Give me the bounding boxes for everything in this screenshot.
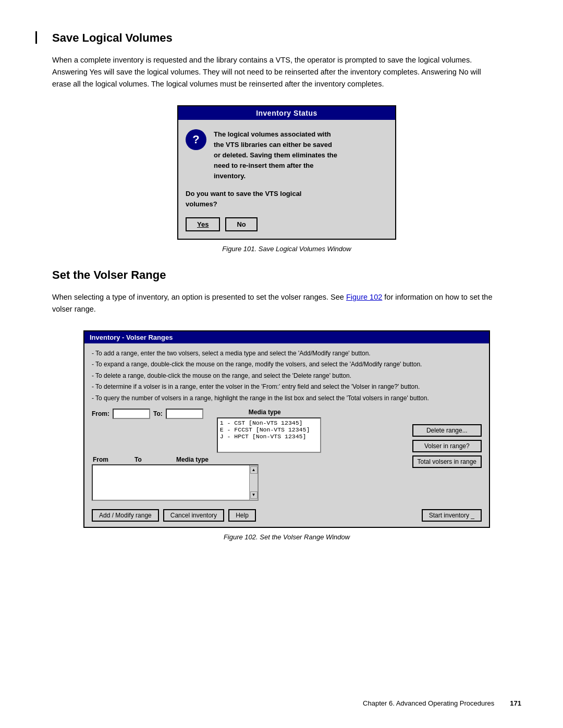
scrollbar-down[interactable]: ▼ bbox=[250, 491, 258, 499]
col-header-media: Media type bbox=[176, 456, 239, 463]
footer-chapter-text: Chapter 6. Advanced Operating Procedures bbox=[363, 699, 494, 707]
figure-102-link[interactable]: Figure 102 bbox=[346, 293, 382, 301]
volser-title-bar: Inventory - Volser Ranges bbox=[84, 331, 489, 343]
save-logical-volumes-heading: Save Logical Volumes bbox=[52, 31, 521, 45]
media-type-section: Media type 1 - CST [Non-VTS 12345] E - F… bbox=[209, 409, 321, 453]
media-type-entry-3[interactable]: J - HPCT [Non-VTS 12345] bbox=[220, 433, 318, 440]
cancel-inventory-button[interactable]: Cancel inventory bbox=[163, 509, 224, 522]
dialog-message-row: ? The logical volumes associated with th… bbox=[186, 129, 385, 182]
volser-body: - To add a range, enter the two volsers,… bbox=[84, 343, 489, 527]
volser-range-listbox[interactable]: ▲ ▼ bbox=[92, 464, 259, 501]
to-label: To: bbox=[153, 410, 163, 417]
bottom-buttons: Add / Modify range Cancel inventory Help… bbox=[92, 507, 482, 522]
dialog-question-text: Do you want to save the VTS logical volu… bbox=[186, 189, 385, 209]
media-type-entry-1[interactable]: 1 - CST [Non-VTS 12345] bbox=[220, 419, 318, 426]
volser-in-range-button[interactable]: Volser in range? bbox=[412, 440, 482, 452]
media-type-entry-2[interactable]: E - FCCST [Non-VTS 12345] bbox=[220, 426, 318, 433]
delete-range-button[interactable]: Delete range... bbox=[412, 424, 482, 437]
range-listbox-scrollbar[interactable]: ▲ ▼ bbox=[249, 465, 258, 500]
from-to-row: From: To: bbox=[92, 409, 203, 419]
col-header-from: From bbox=[93, 456, 134, 463]
instruction-4: - To determine if a volser is in a range… bbox=[92, 382, 482, 392]
footer-page-number: 171 bbox=[510, 699, 521, 707]
inventory-status-dialog: Inventory Status ? The logical volumes a… bbox=[177, 105, 396, 240]
volser-form-area: From: To: Media type 1 - CST [Non-VTS 12… bbox=[92, 409, 482, 503]
column-headers: From To Media type bbox=[92, 456, 412, 463]
save-logical-volumes-body: When a complete inventory is requested a… bbox=[52, 54, 500, 91]
to-input[interactable] bbox=[166, 409, 203, 419]
add-modify-range-button[interactable]: Add / Modify range bbox=[92, 509, 159, 522]
set-volser-range-heading: Set the Volser Range bbox=[52, 268, 521, 282]
volser-instructions: - To add a range, enter the two volsers,… bbox=[92, 349, 482, 403]
dialog-title-bar: Inventory Status bbox=[178, 106, 395, 120]
right-buttons: Delete range... Volser in range? Total v… bbox=[412, 424, 482, 468]
instruction-3: - To delete a range, double-click the mo… bbox=[92, 371, 482, 381]
figure-102-caption: Figure 102. Set the Volser Range Window bbox=[52, 533, 521, 541]
yes-button[interactable]: Yes bbox=[186, 217, 220, 231]
instruction-2: - To expand a range, double-click the mo… bbox=[92, 360, 482, 369]
media-type-listbox[interactable]: 1 - CST [Non-VTS 12345] E - FCCST [Non-V… bbox=[217, 417, 321, 453]
page-footer: Chapter 6. Advanced Operating Procedures… bbox=[363, 699, 521, 707]
bottom-btn-group-right: Start inventory _ bbox=[422, 509, 482, 522]
figure-101-caption: Figure 101. Save Logical Volumes Window bbox=[52, 245, 521, 253]
instruction-1: - To add a range, enter the two volsers,… bbox=[92, 349, 482, 359]
instruction-5: - To query the number of volsers in a ra… bbox=[92, 393, 482, 403]
from-to-section: From: To: bbox=[92, 409, 203, 422]
dialog-message-text: The logical volumes associated with the … bbox=[214, 129, 337, 182]
col-header-to: To bbox=[134, 456, 176, 463]
scrollbar-up[interactable]: ▲ bbox=[250, 466, 258, 474]
no-button[interactable]: No bbox=[225, 217, 257, 231]
dialog-body: ? The logical volumes associated with th… bbox=[178, 120, 395, 239]
total-volsers-button[interactable]: Total volsers in range bbox=[412, 455, 482, 468]
bottom-btn-group-left: Add / Modify range Cancel inventory Help bbox=[92, 509, 256, 522]
set-volser-range-body: When selecting a type of inventory, an o… bbox=[52, 291, 500, 315]
dialog-question-icon: ? bbox=[186, 129, 206, 150]
help-button[interactable]: Help bbox=[228, 509, 256, 522]
from-input[interactable] bbox=[113, 409, 150, 419]
dialog-buttons: Yes No bbox=[186, 217, 385, 231]
volser-ranges-window: Inventory - Volser Ranges - To add a ran… bbox=[83, 330, 490, 528]
media-type-label: Media type bbox=[209, 409, 321, 416]
start-inventory-button[interactable]: Start inventory _ bbox=[422, 509, 482, 522]
volser-left-panel: From: To: Media type 1 - CST [Non-VTS 12… bbox=[92, 409, 412, 503]
from-label: From: bbox=[92, 410, 109, 417]
